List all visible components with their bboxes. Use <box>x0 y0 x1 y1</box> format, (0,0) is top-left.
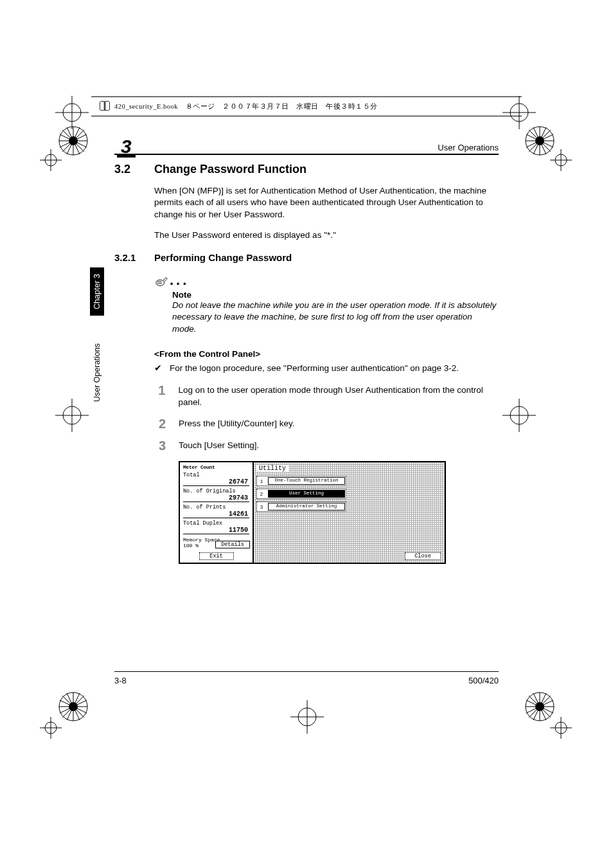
side-tab-chapter: Chapter 3 <box>90 267 104 316</box>
step-number: 2 <box>154 417 166 430</box>
crop-mark-icon <box>550 149 572 171</box>
checkmark-icon: ✔ <box>154 363 163 375</box>
utility-screenshot: Meter Count Total26747 No. of Originals2… <box>179 461 446 564</box>
registration-star-icon <box>58 691 89 722</box>
utility-menu-item[interactable]: 3 Administrator Setting <box>256 502 346 512</box>
utility-panel: Utility 1 One-Touch Registration 2 User … <box>254 462 445 563</box>
svg-point-44 <box>69 702 78 711</box>
exit-button[interactable]: Exit <box>199 552 234 560</box>
meter-row-value: 26747 <box>183 478 249 486</box>
intro-paragraph: When [ON (MFP)] is set for Authenticatio… <box>154 185 499 221</box>
running-header-title: User Operations <box>438 143 499 152</box>
meter-row-label: No. of Prints <box>183 504 249 511</box>
menu-index: 3 <box>258 503 265 511</box>
menu-index: 2 <box>258 490 265 498</box>
menu-label: User Setting <box>268 490 345 498</box>
details-button[interactable]: Details <box>215 541 250 548</box>
meter-row-label: Total Duplex <box>183 520 249 527</box>
utility-menu-item[interactable]: 2 User Setting <box>256 489 346 499</box>
footer-page-number: 3-8 <box>114 676 127 685</box>
svg-point-34 <box>535 136 544 145</box>
svg-point-54 <box>535 702 544 711</box>
heading-3-number: 3.2.1 <box>114 252 148 263</box>
heading-2-number: 3.2 <box>114 163 140 176</box>
check-item-text: For the logon procedure, see "Performing… <box>170 363 459 375</box>
menu-label: One-Touch Registration <box>268 477 345 485</box>
crop-mark-icon <box>550 717 572 739</box>
heading-2-title: Change Password Function <box>154 163 306 176</box>
step-number: 1 <box>154 384 165 408</box>
chapter-number: 3 <box>121 137 132 156</box>
utility-title: Utility <box>256 465 289 472</box>
utility-menu-item[interactable]: 1 One-Touch Registration <box>256 476 346 486</box>
footer-model: 500/420 <box>468 676 499 685</box>
heading-3-title: Performing Change Password <box>154 252 292 263</box>
meter-row-label: No. of Originals <box>183 488 249 494</box>
crop-mark-icon <box>53 396 91 435</box>
meter-row-label: Total <box>183 472 249 478</box>
step-text: Press the [Utility/Counter] key. <box>179 417 295 430</box>
meter-row-value: 14261 <box>183 511 249 518</box>
step-text: Log on to the user operation mode throug… <box>178 384 499 408</box>
book-meta-text: 420_security_E.book ８ページ ２００７年３月７日 水曜日 午… <box>114 102 378 111</box>
step-number: 3 <box>154 439 166 452</box>
intro-paragraph-2: The User Password entered is displayed a… <box>154 230 499 242</box>
step-item: 1 Log on to the user operation mode thro… <box>154 384 499 408</box>
note-icon <box>154 275 168 289</box>
note-body: Do not leave the machine while you are i… <box>172 300 499 335</box>
crop-mark-icon <box>500 396 538 435</box>
side-tab-section: User Operations <box>90 343 104 402</box>
menu-index: 1 <box>258 477 265 485</box>
registration-star-icon <box>58 125 89 156</box>
note-label: Note <box>172 290 499 300</box>
crop-mark-icon <box>40 149 62 171</box>
step-text: Touch [User Setting]. <box>179 439 259 452</box>
svg-point-68 <box>156 280 164 286</box>
memory-label: Memory Space <box>183 537 220 543</box>
crop-mark-icon <box>288 698 326 736</box>
subheading: <From the Control Panel> <box>154 349 499 359</box>
menu-label: Administrator Setting <box>268 503 345 511</box>
note-dots: ... <box>170 272 189 288</box>
close-button[interactable]: Close <box>405 552 441 560</box>
meter-count-panel: Meter Count Total26747 No. of Originals2… <box>180 462 254 563</box>
step-item: 3 Touch [User Setting]. <box>154 439 499 452</box>
meter-row-value: 29743 <box>183 494 249 502</box>
crop-mark-icon <box>40 717 62 739</box>
meter-row-value: 11750 <box>183 527 249 534</box>
step-item: 2 Press the [Utility/Counter] key. <box>154 417 499 430</box>
svg-point-24 <box>69 136 78 145</box>
memory-value: 100 % <box>183 543 199 548</box>
meter-count-title: Meter Count <box>183 465 249 470</box>
